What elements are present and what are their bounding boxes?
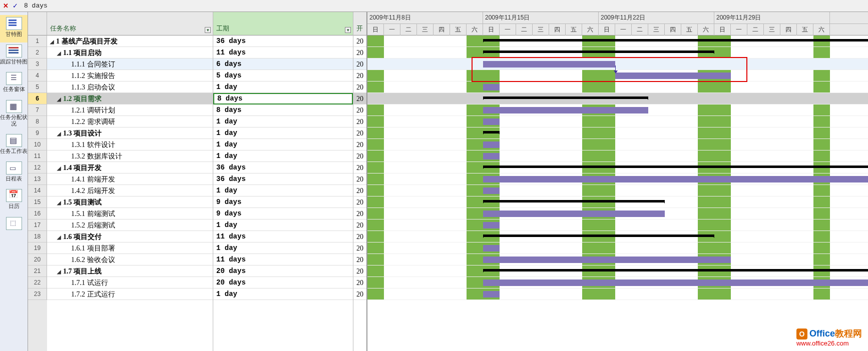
row-number[interactable]: 12 (28, 162, 47, 174)
task-duration-cell[interactable]: 1 day (213, 82, 353, 93)
gantt-row[interactable] (367, 162, 868, 174)
row-number[interactable]: 10 (28, 139, 47, 150)
gantt-row[interactable] (367, 47, 868, 58)
task-start-cell[interactable]: 20 (353, 220, 366, 231)
collapse-icon[interactable]: ◢ (57, 232, 62, 242)
task-bar[interactable] (483, 256, 731, 263)
task-name-cell[interactable]: 1.3.1 软件设计 (47, 139, 213, 150)
task-name-cell[interactable]: ◢1.6 项目交付 (47, 231, 213, 242)
task-name-cell[interactable]: 1.1.2 实施报告 (47, 70, 213, 82)
task-start-cell[interactable]: 20 (353, 36, 366, 47)
summary-bar[interactable] (483, 96, 648, 100)
summary-bar[interactable] (483, 234, 714, 238)
task-name-cell[interactable]: ◢1.7 项目上线 (47, 266, 213, 277)
task-duration-cell[interactable]: 1 day (213, 116, 353, 128)
task-start-cell[interactable]: 20 (353, 104, 366, 116)
row-number[interactable]: 14 (28, 185, 47, 196)
task-name-cell[interactable]: 1.5.1 前端测试 (47, 208, 213, 220)
task-bar[interactable] (483, 176, 868, 182)
dropdown-icon[interactable]: ▾ (345, 27, 351, 33)
sidebar-item-2[interactable]: 任务窗体 (0, 70, 28, 98)
gantt-row[interactable] (367, 185, 868, 196)
gantt-row[interactable] (367, 231, 868, 242)
gantt-row[interactable] (367, 58, 868, 70)
task-duration-cell[interactable]: 1 day (213, 185, 353, 196)
dropdown-icon[interactable]: ▾ (205, 27, 211, 33)
row-number[interactable]: 3 (28, 58, 47, 70)
task-duration-cell[interactable]: 9 days (213, 196, 353, 208)
sidebar-item-7[interactable] (0, 215, 28, 236)
gantt-row[interactable] (367, 288, 868, 300)
summary-bar[interactable] (483, 166, 868, 170)
row-number[interactable]: 7 (28, 104, 47, 116)
gantt-row[interactable] (367, 196, 868, 208)
task-duration-cell[interactable]: 11 days (213, 254, 353, 266)
task-bar[interactable] (483, 61, 615, 68)
gantt-row[interactable] (367, 208, 868, 220)
sidebar-item-6[interactable]: 日历 (0, 187, 28, 214)
task-bar[interactable] (483, 118, 500, 125)
row-number[interactable]: 2 (28, 47, 47, 58)
task-name-cell[interactable]: ◢1.1 项目启动 (47, 47, 213, 58)
task-start-cell[interactable]: 20 (353, 254, 366, 266)
row-number[interactable]: 1 (28, 36, 47, 47)
task-start-cell[interactable]: 20 (353, 242, 366, 254)
gantt-row[interactable] (367, 150, 868, 162)
task-bar[interactable] (483, 245, 500, 252)
row-number[interactable]: 11 (28, 150, 47, 162)
summary-bar[interactable] (483, 39, 868, 43)
task-start-cell[interactable]: 20 (353, 174, 366, 185)
sidebar-item-1[interactable]: 跟踪甘特图 (0, 42, 28, 70)
summary-bar[interactable] (483, 269, 868, 273)
task-start-cell[interactable]: 20 (353, 70, 366, 82)
confirm-icon[interactable]: ✓ (13, 2, 18, 10)
task-start-cell[interactable]: 20 (353, 231, 366, 242)
task-name-cell[interactable]: 1.6.2 验收会议 (47, 254, 213, 266)
task-name-cell[interactable]: 1.6.1 项目部署 (47, 242, 213, 254)
task-bar[interactable] (483, 153, 500, 160)
task-name-cell[interactable]: 1.5.2 后端测试 (47, 220, 213, 231)
task-bar[interactable] (483, 222, 500, 228)
task-duration-cell[interactable]: 1 day (213, 242, 353, 254)
column-header-start[interactable]: 开 (353, 12, 366, 36)
gantt-row[interactable] (367, 242, 868, 254)
task-start-cell[interactable]: 20 (353, 162, 366, 174)
collapse-icon[interactable]: ◢ (57, 266, 62, 277)
summary-bar[interactable] (483, 200, 665, 204)
task-duration-cell[interactable]: 11 days (213, 231, 353, 242)
task-bar[interactable] (483, 142, 500, 148)
task-duration-cell[interactable]: 20 days (213, 266, 353, 277)
gantt-row[interactable] (367, 104, 868, 116)
gantt-row[interactable] (367, 266, 868, 277)
task-name-cell[interactable]: ◢1.4 项目开发 (47, 162, 213, 174)
task-duration-cell[interactable]: 36 days (213, 162, 353, 174)
row-number[interactable]: 5 (28, 82, 47, 93)
task-bar[interactable] (483, 107, 648, 114)
task-name-cell[interactable]: 1.3.2 数据库设计 (47, 150, 213, 162)
task-start-cell[interactable]: 20 (353, 82, 366, 93)
task-bar[interactable] (483, 188, 500, 194)
sidebar-item-3[interactable]: 任务分配状况 (0, 98, 28, 132)
task-duration-cell[interactable]: 1 day (213, 139, 353, 150)
task-duration-cell[interactable]: 36 days (213, 174, 353, 185)
task-start-cell[interactable]: 20 (353, 208, 366, 220)
column-header-name[interactable]: 任务名称 ▾ (47, 12, 213, 36)
task-name-cell[interactable]: ◢1.2 项目需求 (47, 93, 213, 104)
task-bar[interactable] (483, 84, 500, 90)
summary-bar[interactable] (483, 131, 500, 135)
row-number[interactable]: 8 (28, 116, 47, 128)
collapse-icon[interactable]: ◢ (57, 197, 62, 208)
gantt-row[interactable] (367, 36, 868, 47)
task-name-cell[interactable]: 1.2.1 调研计划 (47, 104, 213, 116)
task-duration-cell[interactable]: 6 days (213, 58, 353, 70)
sidebar-item-0[interactable]: 甘特图 (0, 15, 28, 42)
task-duration-cell[interactable]: 5 days (213, 70, 353, 82)
row-number[interactable]: 17 (28, 220, 47, 231)
gantt-row[interactable] (367, 128, 868, 139)
collapse-icon[interactable]: ◢ (57, 48, 62, 58)
task-start-cell[interactable]: 20 (353, 196, 366, 208)
sidebar-item-4[interactable]: 任务工作表 (0, 132, 28, 160)
gantt-row[interactable] (367, 116, 868, 128)
task-start-cell[interactable]: 20 (353, 150, 366, 162)
task-name-cell[interactable]: 1.4.2 后端开发 (47, 185, 213, 196)
